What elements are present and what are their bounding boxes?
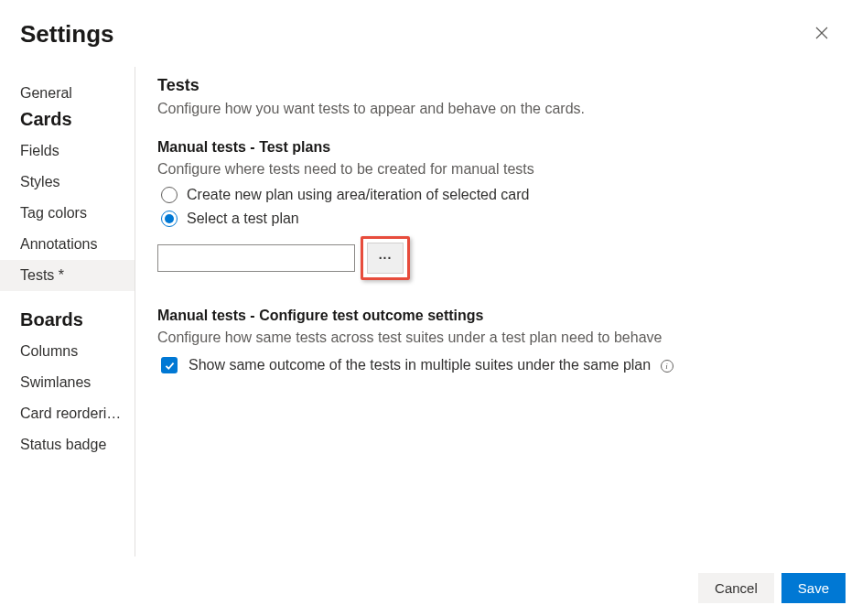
dialog-body: General Cards Fields Styles Tag colors A… <box>0 67 862 557</box>
sidebar-item-tests[interactable]: Tests * <box>0 260 135 291</box>
close-button[interactable] <box>809 20 835 46</box>
dialog-footer: Cancel Save <box>682 562 862 616</box>
sidebar-item-styles[interactable]: Styles <box>0 167 135 198</box>
radio-row-create-plan[interactable]: Create new plan using area/iteration of … <box>161 187 835 203</box>
checkbox-label-same-outcome: Show same outcome of the tests in multip… <box>189 357 673 373</box>
subsection-title-outcome: Manual tests - Configure test outcome se… <box>157 308 835 324</box>
sidebar-item-status-badge[interactable]: Status badge <box>0 429 135 460</box>
subsection-desc-outcome: Configure how same tests across test sui… <box>157 330 835 346</box>
checkbox-same-outcome[interactable] <box>161 357 178 373</box>
settings-content: Tests Configure how you want tests to ap… <box>135 67 862 557</box>
checkbox-row-same-outcome[interactable]: Show same outcome of the tests in multip… <box>161 357 835 373</box>
radio-create-plan[interactable] <box>161 187 178 203</box>
section-title-tests: Tests <box>157 76 835 95</box>
section-desc-tests: Configure how you want tests to appear a… <box>157 101 835 117</box>
checkbox-text: Show same outcome of the tests in multip… <box>189 357 651 373</box>
sidebar-group-boards: Boards <box>0 291 135 336</box>
close-icon <box>814 26 829 40</box>
sidebar-item-annotations[interactable]: Annotations <box>0 229 135 260</box>
radio-row-select-plan[interactable]: Select a test plan <box>161 211 835 227</box>
ellipsis-icon: ··· <box>379 251 393 265</box>
sidebar-group-cards: Cards <box>0 109 135 135</box>
browse-plan-button[interactable]: ··· <box>367 243 404 274</box>
radio-label-select-plan: Select a test plan <box>187 211 299 227</box>
sidebar-item-general[interactable]: General <box>0 78 135 109</box>
info-icon[interactable]: i <box>661 360 673 373</box>
sidebar-item-fields[interactable]: Fields <box>0 135 135 167</box>
outcome-section: Manual tests - Configure test outcome se… <box>157 308 835 373</box>
save-button[interactable]: Save <box>781 573 846 603</box>
checkmark-icon <box>164 360 176 372</box>
sidebar-item-tag-colors[interactable]: Tag colors <box>0 198 135 229</box>
browse-highlight: ··· <box>361 236 410 280</box>
dialog-header: Settings <box>0 0 862 67</box>
sidebar-item-columns[interactable]: Columns <box>0 336 135 367</box>
sidebar-item-swimlanes[interactable]: Swimlanes <box>0 367 135 398</box>
settings-sidebar: General Cards Fields Styles Tag colors A… <box>0 67 135 557</box>
test-plan-input[interactable] <box>157 244 355 272</box>
radio-select-plan[interactable] <box>161 211 178 227</box>
dialog-title: Settings <box>20 20 114 49</box>
radio-label-create-plan: Create new plan using area/iteration of … <box>187 187 529 203</box>
plan-select-row: ··· <box>157 236 835 280</box>
subsection-title-plans: Manual tests - Test plans <box>157 139 835 156</box>
subsection-desc-plans: Configure where tests need to be created… <box>157 161 835 178</box>
sidebar-item-reorder[interactable]: Card reorderi… <box>0 398 135 429</box>
cancel-button[interactable]: Cancel <box>698 573 774 603</box>
